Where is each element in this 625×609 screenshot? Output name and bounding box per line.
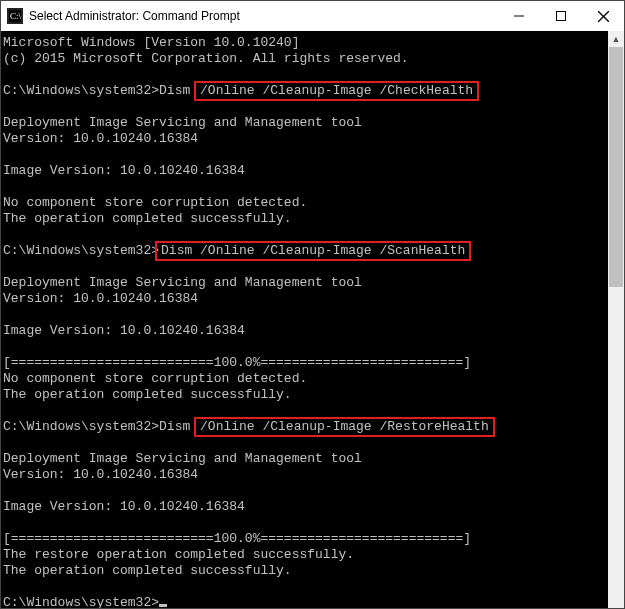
highlight-checkhealth: /Online /Cleanup-Image /CheckHealth bbox=[194, 81, 479, 101]
version-line: Version: 10.0.10240.16384 bbox=[3, 131, 198, 146]
version-line: Version: 10.0.10240.16384 bbox=[3, 291, 198, 306]
terminal-output[interactable]: Microsoft Windows [Version 10.0.10240] (… bbox=[1, 31, 608, 608]
cmd-icon: C:\ bbox=[7, 8, 23, 24]
highlight-scanhealth: Dism /Online /Cleanup-Image /ScanHealth bbox=[155, 241, 471, 261]
tool-line: Deployment Image Servicing and Managemen… bbox=[3, 115, 362, 130]
prompt: C:\Windows\system32> bbox=[3, 419, 159, 434]
minimize-button[interactable] bbox=[498, 1, 540, 31]
progress-bar: [==========================100.0%=======… bbox=[3, 531, 471, 546]
copyright-line: (c) 2015 Microsoft Corporation. All righ… bbox=[3, 51, 409, 66]
prompt: C:\Windows\system32> bbox=[3, 83, 159, 98]
status-line: The restore operation completed successf… bbox=[3, 547, 354, 562]
window-controls bbox=[498, 1, 624, 31]
prompt: C:\Windows\system32> bbox=[3, 243, 159, 258]
cursor bbox=[159, 604, 167, 607]
version-line: Version: 10.0.10240.16384 bbox=[3, 467, 198, 482]
tool-line: Deployment Image Servicing and Managemen… bbox=[3, 275, 362, 290]
maximize-button[interactable] bbox=[540, 1, 582, 31]
status-line: The operation completed successfully. bbox=[3, 563, 292, 578]
progress-bar: [==========================100.0%=======… bbox=[3, 355, 471, 370]
close-button[interactable] bbox=[582, 1, 624, 31]
scroll-up-arrow[interactable]: ▲ bbox=[608, 31, 624, 47]
command-prompt-window: C:\ Select Administrator: Command Prompt… bbox=[0, 0, 625, 609]
banner-line: Microsoft Windows [Version 10.0.10240] bbox=[3, 35, 299, 50]
prompt: C:\Windows\system32> bbox=[3, 595, 159, 608]
titlebar[interactable]: C:\ Select Administrator: Command Prompt bbox=[1, 1, 624, 31]
highlight-restorehealth: /Online /Cleanup-Image /RestoreHealth bbox=[194, 417, 495, 437]
status-line: No component store corruption detected. bbox=[3, 371, 307, 386]
window-title: Select Administrator: Command Prompt bbox=[29, 9, 498, 23]
cmd-text: Dism bbox=[159, 83, 198, 98]
status-line: No component store corruption detected. bbox=[3, 195, 307, 210]
image-version-line: Image Version: 10.0.10240.16384 bbox=[3, 323, 245, 338]
scroll-thumb[interactable] bbox=[609, 47, 623, 287]
svg-rect-4 bbox=[557, 12, 566, 21]
status-line: The operation completed successfully. bbox=[3, 387, 292, 402]
image-version-line: Image Version: 10.0.10240.16384 bbox=[3, 163, 245, 178]
status-line: The operation completed successfully. bbox=[3, 211, 292, 226]
image-version-line: Image Version: 10.0.10240.16384 bbox=[3, 499, 245, 514]
cmd-text: Dism bbox=[159, 419, 198, 434]
vertical-scrollbar[interactable]: ▲ bbox=[608, 31, 624, 608]
svg-text:C:\: C:\ bbox=[10, 11, 22, 21]
content-area: Microsoft Windows [Version 10.0.10240] (… bbox=[1, 31, 624, 608]
tool-line: Deployment Image Servicing and Managemen… bbox=[3, 451, 362, 466]
